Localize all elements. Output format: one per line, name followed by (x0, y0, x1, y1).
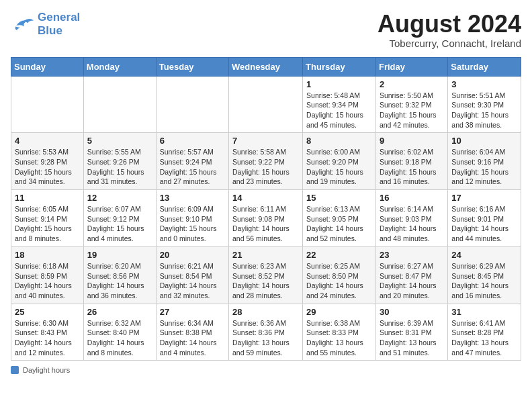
day-info: Sunrise: 6:05 AMSunset: 9:14 PMDaylight:… (15, 204, 80, 244)
day-number: 24 (451, 250, 517, 260)
day-number: 7 (232, 136, 299, 146)
day-info: Sunrise: 6:25 AMSunset: 8:50 PMDaylight:… (306, 261, 372, 301)
day-cell: 22Sunrise: 6:25 AMSunset: 8:50 PMDayligh… (303, 246, 376, 304)
day-info: Sunrise: 6:14 AMSunset: 9:03 PMDaylight:… (380, 204, 444, 244)
day-info: Sunrise: 5:57 AMSunset: 9:24 PMDaylight:… (160, 147, 225, 187)
day-info: Sunrise: 6:39 AMSunset: 8:31 PMDaylight:… (380, 318, 444, 358)
day-number: 6 (160, 136, 225, 146)
day-number: 19 (87, 250, 152, 260)
day-info: Sunrise: 6:20 AMSunset: 8:56 PMDaylight:… (87, 261, 152, 301)
day-info: Sunrise: 5:51 AMSunset: 9:30 PMDaylight:… (451, 91, 517, 130)
day-cell: 9Sunrise: 6:02 AMSunset: 9:18 PMDaylight… (375, 133, 447, 190)
calendar-body: 1Sunrise: 5:48 AMSunset: 9:34 PMDaylight… (11, 76, 521, 361)
logo-text: General Blue (38, 11, 80, 38)
day-number: 16 (380, 193, 444, 203)
day-cell: 23Sunrise: 6:27 AMSunset: 8:47 PMDayligh… (375, 246, 447, 304)
col-friday: Friday (375, 57, 447, 76)
col-wednesday: Wednesday (229, 57, 303, 76)
day-info: Sunrise: 5:58 AMSunset: 9:22 PMDaylight:… (232, 147, 299, 187)
day-cell: 27Sunrise: 6:34 AMSunset: 8:38 PMDayligh… (156, 304, 228, 361)
day-number: 13 (160, 193, 225, 203)
day-cell: 21Sunrise: 6:23 AMSunset: 8:52 PMDayligh… (229, 246, 303, 304)
day-cell: 5Sunrise: 5:55 AMSunset: 9:26 PMDaylight… (83, 133, 156, 190)
day-info: Sunrise: 5:55 AMSunset: 9:26 PMDaylight:… (87, 147, 152, 187)
day-number: 11 (15, 193, 80, 203)
day-cell: 4Sunrise: 5:53 AMSunset: 9:28 PMDaylight… (11, 133, 84, 190)
day-number: 14 (232, 193, 299, 203)
col-saturday: Saturday (448, 57, 521, 76)
day-cell: 16Sunrise: 6:14 AMSunset: 9:03 PMDayligh… (375, 190, 447, 247)
day-number: 9 (380, 136, 444, 146)
daylight-icon (11, 366, 19, 374)
day-number: 30 (380, 307, 444, 317)
day-info: Sunrise: 6:18 AMSunset: 8:59 PMDaylight:… (15, 261, 80, 301)
day-cell (11, 76, 84, 133)
day-info: Sunrise: 6:29 AMSunset: 8:45 PMDaylight:… (451, 261, 517, 301)
day-number: 21 (232, 250, 299, 260)
col-sunday: Sunday (11, 57, 84, 76)
day-cell: 13Sunrise: 6:09 AMSunset: 9:10 PMDayligh… (156, 190, 228, 247)
day-info: Sunrise: 6:41 AMSunset: 8:28 PMDaylight:… (451, 318, 517, 358)
day-number: 10 (451, 136, 517, 146)
day-info: Sunrise: 6:23 AMSunset: 8:52 PMDaylight:… (232, 261, 299, 301)
col-tuesday: Tuesday (156, 57, 228, 76)
day-number: 3 (451, 79, 517, 89)
day-cell: 30Sunrise: 6:39 AMSunset: 8:31 PMDayligh… (375, 304, 447, 361)
week-row-3: 11Sunrise: 6:05 AMSunset: 9:14 PMDayligh… (11, 190, 521, 247)
week-row-4: 18Sunrise: 6:18 AMSunset: 8:59 PMDayligh… (11, 246, 521, 304)
day-number: 28 (232, 307, 299, 317)
day-info: Sunrise: 6:27 AMSunset: 8:47 PMDaylight:… (380, 261, 444, 301)
day-number: 4 (15, 136, 80, 146)
day-info: Sunrise: 6:07 AMSunset: 9:12 PMDaylight:… (87, 204, 152, 244)
logo-icon (11, 14, 35, 34)
day-cell: 1Sunrise: 5:48 AMSunset: 9:34 PMDaylight… (303, 76, 376, 133)
day-number: 8 (306, 136, 372, 146)
page-header: General Blue August 2024 Tobercurry, Con… (11, 11, 521, 49)
day-info: Sunrise: 5:50 AMSunset: 9:32 PMDaylight:… (380, 91, 444, 130)
day-cell (229, 76, 303, 133)
header-row: SundayMondayTuesdayWednesdayThursdayFrid… (11, 57, 521, 76)
logo: General Blue (11, 11, 80, 38)
week-row-5: 25Sunrise: 6:30 AMSunset: 8:43 PMDayligh… (11, 304, 521, 361)
day-info: Sunrise: 6:13 AMSunset: 9:05 PMDaylight:… (306, 204, 372, 244)
day-cell (83, 76, 156, 133)
day-cell: 26Sunrise: 6:32 AMSunset: 8:40 PMDayligh… (83, 304, 156, 361)
day-cell (156, 76, 228, 133)
day-number: 27 (160, 307, 225, 317)
day-cell: 11Sunrise: 6:05 AMSunset: 9:14 PMDayligh… (11, 190, 84, 247)
month-title: August 2024 (378, 11, 521, 38)
day-info: Sunrise: 6:02 AMSunset: 9:18 PMDaylight:… (380, 147, 444, 187)
col-monday: Monday (83, 57, 156, 76)
day-number: 20 (160, 250, 225, 260)
day-cell: 8Sunrise: 6:00 AMSunset: 9:20 PMDaylight… (303, 133, 376, 190)
day-number: 5 (87, 136, 152, 146)
location: Tobercurry, Connacht, Ireland (378, 38, 521, 49)
day-info: Sunrise: 5:48 AMSunset: 9:34 PMDaylight:… (306, 91, 372, 130)
col-thursday: Thursday (303, 57, 376, 76)
day-info: Sunrise: 6:11 AMSunset: 9:08 PMDaylight:… (232, 204, 299, 244)
day-info: Sunrise: 6:34 AMSunset: 8:38 PMDaylight:… (160, 318, 225, 358)
day-cell: 24Sunrise: 6:29 AMSunset: 8:45 PMDayligh… (448, 246, 521, 304)
day-cell: 25Sunrise: 6:30 AMSunset: 8:43 PMDayligh… (11, 304, 84, 361)
week-row-1: 1Sunrise: 5:48 AMSunset: 9:34 PMDaylight… (11, 76, 521, 133)
day-info: Sunrise: 6:00 AMSunset: 9:20 PMDaylight:… (306, 147, 372, 187)
day-cell: 3Sunrise: 5:51 AMSunset: 9:30 PMDaylight… (448, 76, 521, 133)
day-number: 22 (306, 250, 372, 260)
day-cell: 28Sunrise: 6:36 AMSunset: 8:36 PMDayligh… (229, 304, 303, 361)
day-info: Sunrise: 6:38 AMSunset: 8:33 PMDaylight:… (306, 318, 372, 358)
day-number: 2 (380, 79, 444, 89)
day-info: Sunrise: 6:30 AMSunset: 8:43 PMDaylight:… (15, 318, 80, 358)
day-info: Sunrise: 6:21 AMSunset: 8:54 PMDaylight:… (160, 261, 225, 301)
day-number: 12 (87, 193, 152, 203)
day-number: 18 (15, 250, 80, 260)
day-cell: 31Sunrise: 6:41 AMSunset: 8:28 PMDayligh… (448, 304, 521, 361)
day-info: Sunrise: 6:04 AMSunset: 9:16 PMDaylight:… (451, 147, 517, 187)
title-block: August 2024 Tobercurry, Connacht, Irelan… (378, 11, 521, 49)
day-cell: 29Sunrise: 6:38 AMSunset: 8:33 PMDayligh… (303, 304, 376, 361)
day-info: Sunrise: 5:53 AMSunset: 9:28 PMDaylight:… (15, 147, 80, 187)
day-cell: 2Sunrise: 5:50 AMSunset: 9:32 PMDaylight… (375, 76, 447, 133)
day-number: 26 (87, 307, 152, 317)
day-cell: 6Sunrise: 5:57 AMSunset: 9:24 PMDaylight… (156, 133, 228, 190)
day-cell: 19Sunrise: 6:20 AMSunset: 8:56 PMDayligh… (83, 246, 156, 304)
calendar-header: SundayMondayTuesdayWednesdayThursdayFrid… (11, 57, 521, 76)
